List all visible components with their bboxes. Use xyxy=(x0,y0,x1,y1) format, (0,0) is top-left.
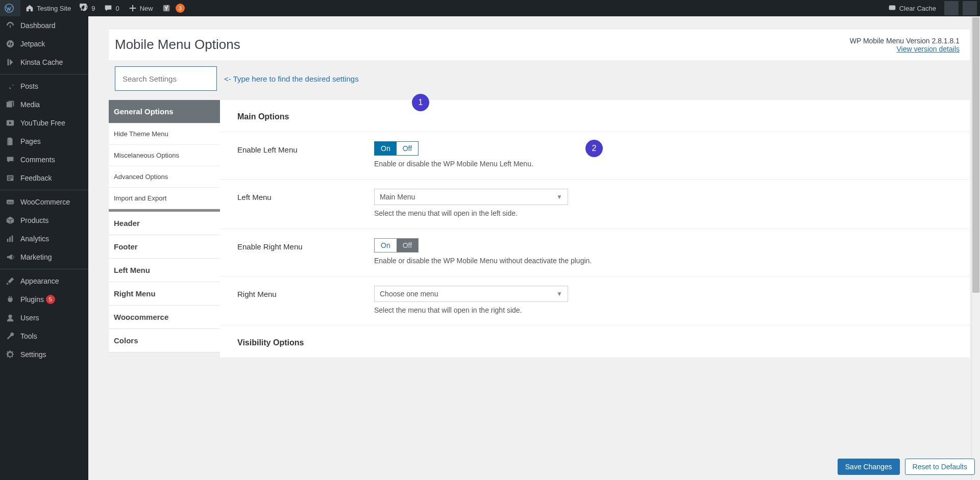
sidebar-item-products[interactable]: Products xyxy=(0,211,88,230)
comments-link[interactable]: 0 xyxy=(99,0,123,16)
pages-icon xyxy=(5,136,15,146)
site-home[interactable]: Testing Site xyxy=(20,0,75,16)
desc-enable-right: Enable or disable the WP Mobile Menu wit… xyxy=(374,257,952,265)
toggle-on[interactable]: On xyxy=(375,142,397,155)
sidebar-item-media[interactable]: Media xyxy=(0,95,88,114)
row-left-menu: Left Menu Main Menu ▼ Select the menu th… xyxy=(220,180,970,229)
row-enable-right: Enable Right Menu On Off Enable or disab… xyxy=(220,229,970,276)
vtab-right-menu[interactable]: Right Menu xyxy=(109,282,220,306)
search-hint: <- Type here to find the desired setting… xyxy=(224,74,359,83)
version-link[interactable]: View version details xyxy=(897,45,960,53)
sidebar-item-woocommerce[interactable]: wooWooCommerce xyxy=(0,193,88,211)
sidebar-item-appearance[interactable]: Appearance xyxy=(0,272,88,290)
toggle-enable-left[interactable]: On Off xyxy=(374,141,419,156)
avatar-placeholder[interactable] xyxy=(944,1,959,15)
wp-logo[interactable] xyxy=(0,0,20,16)
sidebar-item-pages[interactable]: Pages xyxy=(0,132,88,150)
toggle-enable-right[interactable]: On Off xyxy=(374,238,419,252)
yoast-icon xyxy=(161,3,172,13)
sidebar-item-analytics[interactable]: Analytics xyxy=(0,230,88,248)
svg-line-16 xyxy=(425,150,431,157)
sidebar-item-users[interactable]: Users xyxy=(0,309,88,327)
select-left-menu[interactable]: Main Menu ▼ xyxy=(374,189,568,205)
sidebar-item-label: Dashboard xyxy=(20,21,56,30)
box-icon xyxy=(5,215,15,225)
pin-icon xyxy=(5,81,15,91)
vtab-general[interactable]: General Options xyxy=(109,100,220,123)
updates-count: 9 xyxy=(91,5,95,12)
plus-icon xyxy=(128,3,138,13)
visibility-heading: Visibility Options xyxy=(220,326,970,358)
vtab-header[interactable]: Header xyxy=(109,212,220,235)
gear-icon xyxy=(5,349,15,360)
media-icon xyxy=(5,99,15,110)
yoast-link[interactable]: 3 xyxy=(157,0,189,16)
chevron-down-icon: ▼ xyxy=(556,193,562,200)
sidebar-item-marketing[interactable]: Marketing xyxy=(0,248,88,266)
sidebar-item-label: Users xyxy=(20,314,39,322)
comments-count: 0 xyxy=(115,5,119,12)
sidebar-item-posts[interactable]: Posts xyxy=(0,77,88,95)
sidebar-separator xyxy=(0,190,88,190)
svg-rect-4 xyxy=(7,102,12,108)
sidebar-item-youtube-free[interactable]: YouTube Free xyxy=(0,114,88,132)
admin-sidebar: DashboardJetpackKinsta CachePostsMediaYo… xyxy=(0,16,88,399)
sidebar-item-label: Posts xyxy=(20,82,38,90)
user-placeholder[interactable] xyxy=(963,1,977,15)
sidebar-item-label: Marketing xyxy=(20,253,52,261)
sidebar-item-label: Tools xyxy=(20,332,37,340)
sidebar-item-kinsta-cache[interactable]: Kinsta Cache xyxy=(0,53,88,71)
admin-bar-left: Testing Site 9 0 New 3 xyxy=(0,0,189,16)
annotation-arrow-1 xyxy=(382,110,391,119)
sidebar-item-comments[interactable]: Comments xyxy=(0,150,88,169)
desc-enable-left: Enable or disable the WP Mobile Menu Lef… xyxy=(374,160,952,168)
yoast-count: 3 xyxy=(176,4,185,13)
vtab-misc[interactable]: Miscelaneous Options xyxy=(109,145,220,166)
refresh-icon xyxy=(79,3,89,13)
count-badge: 5 xyxy=(46,295,55,304)
label-enable-left: Enable Left Menu xyxy=(237,141,374,154)
settings-panel: Main Options Enable Left Menu On Off Ena… xyxy=(220,100,970,358)
admin-bar: Testing Site 9 0 New 3 Clear Cache xyxy=(0,0,980,16)
scrollbar[interactable] xyxy=(971,16,980,399)
sidebar-item-label: Media xyxy=(20,100,40,109)
clear-cache-label: Clear Cache xyxy=(899,5,936,12)
sidebar-item-label: Appearance xyxy=(20,277,59,285)
vtab-woocommerce[interactable]: Woocommerce xyxy=(109,306,220,329)
svg-point-3 xyxy=(7,40,14,47)
sidebar-item-tools[interactable]: Tools xyxy=(0,327,88,345)
user-icon xyxy=(5,313,15,323)
site-name: Testing Site xyxy=(37,5,71,12)
sidebar-item-settings[interactable]: Settings xyxy=(0,345,88,364)
select-right-menu[interactable]: Choose one menu ▼ xyxy=(374,286,568,302)
sidebar-item-label: Plugins xyxy=(20,295,44,304)
chevron-down-icon: ▼ xyxy=(556,290,562,297)
sidebar-item-dashboard[interactable]: Dashboard xyxy=(0,16,88,35)
vtab-advanced[interactable]: Advanced Options xyxy=(109,166,220,188)
select-right-value: Choose one menu xyxy=(380,290,438,298)
sidebar-item-plugins[interactable]: Plugins5 xyxy=(0,290,88,309)
vtab-import-export[interactable]: Import and Export xyxy=(109,188,220,209)
svg-rect-10 xyxy=(7,239,9,242)
toggle-off[interactable]: Off xyxy=(397,142,418,155)
clear-cache[interactable]: Clear Cache xyxy=(883,0,940,16)
kinsta-icon xyxy=(5,57,15,67)
vtab-colors[interactable]: Colors xyxy=(109,329,220,352)
vtab-hide-theme[interactable]: Hide Theme Menu xyxy=(109,123,220,145)
play-icon xyxy=(5,118,15,128)
sidebar-separator xyxy=(0,74,88,74)
toggle-off[interactable]: Off xyxy=(397,239,418,252)
search-input[interactable] xyxy=(115,66,217,91)
toggle-on[interactable]: On xyxy=(375,239,397,252)
page-header: Mobile Menu Options WP Mobile Menu Versi… xyxy=(109,30,970,60)
sidebar-item-feedback[interactable]: Feedback xyxy=(0,169,88,187)
vtab-footer[interactable]: Footer xyxy=(109,235,220,259)
sidebar-item-jetpack[interactable]: Jetpack xyxy=(0,35,88,53)
new-link[interactable]: New xyxy=(124,0,157,16)
vtab-left-menu[interactable]: Left Menu xyxy=(109,259,220,282)
scrollbar-thumb[interactable] xyxy=(972,17,979,293)
updates[interactable]: 9 xyxy=(75,0,99,16)
sidebar-item-label: YouTube Free xyxy=(20,119,65,127)
new-label: New xyxy=(140,5,153,12)
brush-icon xyxy=(5,276,15,286)
